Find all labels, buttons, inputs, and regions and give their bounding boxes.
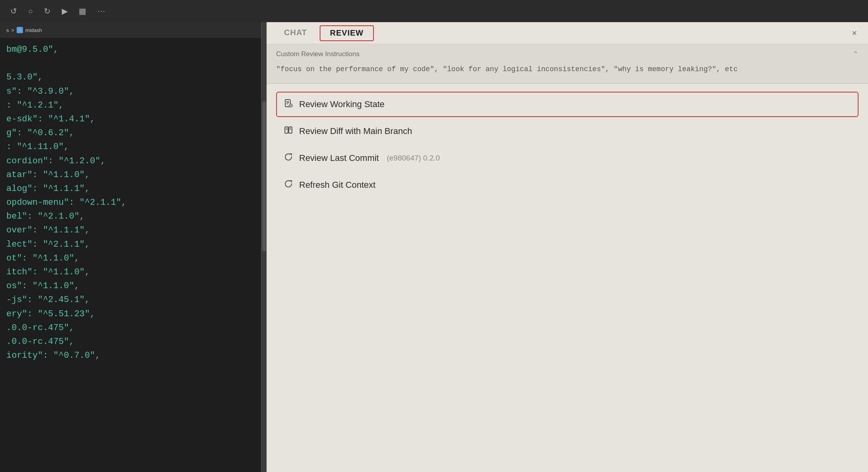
action-item-review-working-state[interactable]: Review Working State bbox=[276, 92, 859, 117]
code-line: iority": "^0.7.0", bbox=[6, 349, 255, 362]
action-icon-review-diff bbox=[284, 126, 293, 137]
action-label-review-diff: Review Diff with Main Branch bbox=[299, 126, 412, 136]
tab-review[interactable]: REVIEW bbox=[320, 25, 374, 41]
code-line: opdown-menu": "^2.1.1", bbox=[6, 196, 255, 210]
circle-icon[interactable]: ○ bbox=[26, 5, 35, 17]
code-line: g": "^0.6.2", bbox=[6, 126, 255, 140]
play-icon[interactable]: ▶ bbox=[59, 5, 70, 17]
breadcrumb-parent: s bbox=[6, 27, 9, 33]
code-line: ot": "^1.1.0", bbox=[6, 251, 255, 265]
svg-rect-8 bbox=[289, 127, 292, 133]
split-icon[interactable]: ▦ bbox=[76, 5, 89, 17]
code-line: over": "^1.1.1", bbox=[6, 223, 255, 237]
code-line: : "^1.11.0", bbox=[6, 140, 255, 154]
tab-chat-label: CHAT bbox=[284, 28, 307, 37]
action-item-review-last-commit[interactable]: Review Last Commit(e980647) 0.2.0 bbox=[276, 145, 859, 171]
actions-list: Review Working State Review Diff with Ma… bbox=[267, 84, 868, 472]
editor-panel: s > □ midash bm@9.5.0", 5.3.0",s": "^3.9… bbox=[0, 22, 261, 472]
breadcrumb-separator: > bbox=[11, 27, 15, 33]
code-line: -js": "^2.45.1", bbox=[6, 293, 255, 307]
code-line: os": "^1.1.0", bbox=[6, 279, 255, 293]
code-line: 5.3.0", bbox=[6, 70, 255, 84]
code-line: .0.0-rc.475", bbox=[6, 335, 255, 349]
code-line: atar": "^1.1.0", bbox=[6, 168, 255, 182]
action-icon-review-working-state bbox=[284, 99, 293, 110]
code-line bbox=[6, 57, 255, 70]
instructions-placeholder[interactable]: "focus on the performance of my code", "… bbox=[267, 62, 868, 83]
instructions-label: Custom Review Instructions bbox=[276, 50, 360, 58]
instructions-header: Custom Review Instructions ⌃ bbox=[267, 44, 868, 62]
action-item-refresh-git[interactable]: Refresh Git Context bbox=[276, 172, 859, 198]
undo-icon[interactable]: ↺ bbox=[8, 5, 19, 17]
scrollbar-thumb bbox=[262, 101, 266, 251]
main-area: s > □ midash bm@9.5.0", 5.3.0",s": "^3.9… bbox=[0, 22, 868, 472]
breadcrumb-filename: midash bbox=[25, 27, 42, 33]
action-label-review-last-commit: Review Last Commit bbox=[299, 153, 379, 163]
code-line: lect": "^2.1.1", bbox=[6, 238, 255, 251]
code-line: .0.0-rc.475", bbox=[6, 321, 255, 335]
tab-bar: CHAT REVIEW × bbox=[267, 22, 868, 44]
instructions-section: Custom Review Instructions ⌃ "focus on t… bbox=[267, 44, 868, 84]
svg-rect-7 bbox=[285, 127, 288, 133]
redo-icon[interactable]: ↻ bbox=[42, 5, 53, 17]
more-icon[interactable]: ⋯ bbox=[95, 5, 108, 17]
tab-review-label: REVIEW bbox=[330, 28, 364, 38]
code-line: itch": "^1.1.0", bbox=[6, 265, 255, 279]
code-editor[interactable]: bm@9.5.0", 5.3.0",s": "^3.9.0",: "^1.2.1… bbox=[0, 38, 261, 472]
toolbar: ↺ ○ ↻ ▶ ▦ ⋯ bbox=[0, 0, 868, 22]
code-line: e-sdk": "^1.4.1", bbox=[6, 112, 255, 126]
collapse-icon[interactable]: ⌃ bbox=[853, 50, 859, 59]
code-line: : "^1.2.1", bbox=[6, 98, 255, 112]
action-label-review-working-state: Review Working State bbox=[299, 99, 385, 110]
code-line: bm@9.5.0", bbox=[6, 43, 255, 57]
review-panel: CHAT REVIEW × Custom Review Instructions… bbox=[267, 22, 868, 472]
action-meta-review-last-commit: (e980647) 0.2.0 bbox=[387, 154, 440, 162]
action-label-refresh-git: Refresh Git Context bbox=[299, 180, 375, 190]
editor-scrollbar[interactable] bbox=[261, 22, 267, 472]
code-line: alog": "^1.1.1", bbox=[6, 182, 255, 196]
breadcrumb: s > □ midash bbox=[0, 22, 261, 38]
action-icon-review-last-commit bbox=[284, 153, 293, 164]
code-line: cordion": "^1.2.0", bbox=[6, 154, 255, 168]
code-line: bel": "^2.1.0", bbox=[6, 210, 255, 223]
action-item-review-diff[interactable]: Review Diff with Main Branch bbox=[276, 119, 859, 144]
tab-chat[interactable]: CHAT bbox=[275, 22, 316, 44]
code-line: s": "^3.9.0", bbox=[6, 85, 255, 98]
close-button[interactable]: × bbox=[849, 26, 860, 40]
code-line: ery": "^5.51.23", bbox=[6, 307, 255, 321]
file-icon: □ bbox=[17, 27, 23, 33]
action-icon-refresh-git bbox=[284, 179, 293, 191]
